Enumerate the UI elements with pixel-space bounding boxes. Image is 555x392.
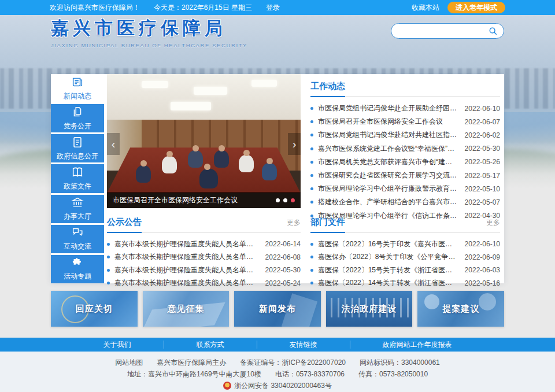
footer-link-friend-links[interactable]: 友情链接 — [257, 341, 350, 349]
phone-text: 电话：0573-83370706 — [275, 370, 345, 378]
news-item[interactable]: 搭建校企合作、产学研相结合的平台嘉兴市长期护理...2022-05-07 — [310, 195, 500, 209]
section-title[interactable]: 部门文件 — [310, 217, 345, 228]
banner-proposals[interactable]: 提案建议 — [417, 291, 504, 327]
news-item[interactable]: 嘉兴市本级长期护理保险重度失能人员名单公示（2...2022-06-14 — [107, 238, 301, 251]
news-item[interactable]: 嘉医保办〔2022〕8号关于印发《公平竞争审查...2022-06-09 — [310, 251, 500, 264]
section-work-dynamics: 工作动态 市医保局党组书记冯俊华赴企开展助企纾困活动2022-06-10 市医保… — [310, 81, 500, 223]
more-link[interactable]: 更多 — [486, 218, 500, 228]
carousel-dot-3-active[interactable] — [291, 198, 295, 202]
pages-icon — [71, 106, 84, 119]
document-icon — [71, 136, 84, 149]
sidebar-item-interaction[interactable]: 互动交流 — [51, 225, 104, 253]
person-silhouette — [162, 156, 177, 173]
search-box[interactable] — [391, 23, 504, 39]
bullet-icon — [107, 243, 110, 246]
person-silhouette — [199, 169, 218, 188]
bank-icon — [71, 196, 84, 209]
section-department-files: 部门文件 更多 嘉医保〔2022〕16号关于印发《嘉兴市医疗保...2022-0… — [310, 217, 500, 290]
news-item[interactable]: 嘉医保〔2022〕14号关于转发《浙江省医疗保...2022-05-16 — [310, 277, 500, 290]
news-item[interactable]: 嘉兴市本级长期护理保险重度失能人员名单公示（2...2022-05-30 — [107, 264, 301, 277]
person-silhouette — [239, 155, 254, 172]
chat-icon — [71, 226, 84, 239]
footer-link-about[interactable]: 关于我们 — [71, 341, 164, 349]
sidebar-item-label: 政策文件 — [64, 182, 91, 191]
today-date: 今天是：2022年6月15日 星期三 — [154, 3, 252, 13]
bullet-icon — [310, 107, 313, 110]
address-text: 地址：嘉兴市中环南路1469号中南大厦10楼 — [127, 370, 261, 378]
topbar: 欢迎访问嘉兴市医疗保障局！ 今天是：2022年6月15日 星期三 登录 收藏本站… — [0, 0, 555, 15]
sidebar-item-label: 活动专题 — [64, 272, 91, 282]
news-item[interactable]: 市医保局机关党总支部获评嘉兴市争创“建设清廉机...2022-05-26 — [310, 156, 500, 169]
bullet-icon — [310, 243, 313, 246]
sidebar-nav: 新闻动态 党务公开 政府信息公开 政策文件 办事大厅 — [51, 74, 104, 283]
search-icon[interactable] — [489, 27, 498, 36]
carousel-caption[interactable]: 市医保局召开全市医保网络安全工作会议 — [107, 192, 301, 208]
news-item[interactable]: 市医保局党组书记冯俊华赴结对共建社区指导全国文...2022-06-02 — [310, 128, 500, 142]
bullet-icon — [310, 134, 313, 136]
news-carousel[interactable]: ‹ › 市医保局召开全市医保网络安全工作会议 — [107, 74, 301, 208]
sidebar-item-news[interactable]: 新闻动态 — [51, 74, 104, 102]
fax-text: 传真：0573-82050010 — [358, 370, 428, 378]
more-link[interactable]: 更多 — [287, 218, 301, 228]
news-item[interactable]: 嘉兴市医保系统党建工作会议暨“幸福医保”党建联...2022-05-30 — [310, 142, 500, 156]
carousel-dot-1[interactable] — [276, 198, 280, 202]
section-title[interactable]: 公示公告 — [107, 217, 142, 228]
elder-mode-button[interactable]: 进入老年模式 — [447, 2, 505, 13]
section-announcements: 公示公告 更多 嘉兴市本级长期护理保险重度失能人员名单公示（2...2022-0… — [107, 217, 301, 290]
bullet-icon — [310, 174, 313, 177]
sidebar-item-label: 互动交流 — [64, 242, 91, 252]
news-item[interactable]: 市医保研究会赴省医保研究会开展学习交流活动2022-05-17 — [310, 169, 500, 182]
sidebar-item-service-hall[interactable]: 办事大厅 — [51, 195, 104, 223]
banner-news-release[interactable]: 新闻发布 — [234, 291, 321, 327]
section-title[interactable]: 工作动态 — [310, 81, 345, 92]
ceiling-light — [142, 81, 168, 88]
bullet-icon — [310, 201, 313, 204]
login-link[interactable]: 登录 — [266, 3, 280, 13]
quick-links-banners: 回应关切 意见征集 新闻发布 法治政府建设 提案建议 — [51, 291, 504, 327]
carousel-dots — [276, 198, 295, 202]
puzzle-icon — [71, 256, 84, 269]
banner-respond-concerns[interactable]: 回应关切 — [51, 291, 138, 327]
news-item[interactable]: 嘉兴市本级长期护理保险重度失能人员名单公示（2...2022-05-24 — [107, 277, 301, 290]
site-subtitle: JIAXING MUNICIPAL BUREAU OF HEALTHCARE S… — [51, 42, 247, 49]
banner-rule-of-law[interactable]: 法治政府建设 — [326, 291, 413, 327]
bullet-icon — [310, 147, 313, 150]
footer-link-annual-report[interactable]: 政府网站工作年度报表 — [350, 341, 484, 349]
news-item[interactable]: 嘉医保〔2022〕15号关于转发《浙江省医疗保...2022-06-03 — [310, 264, 500, 277]
bullet-icon — [107, 256, 110, 258]
carousel-dot-2[interactable] — [283, 198, 287, 202]
footer-nav: 关于我们 联系方式 友情链接 政府网站工作年度报表 — [0, 338, 555, 352]
carousel-next-button[interactable]: › — [288, 133, 301, 155]
police-record-number[interactable]: 浙公网安备 33040202000463号 — [234, 382, 332, 390]
news-item[interactable]: 市医保局理论学习中心组举行廉政警示教育专题学习...2022-05-10 — [310, 182, 500, 195]
sidebar-item-label: 党务公开 — [64, 121, 91, 131]
police-badge-icon — [223, 382, 231, 390]
carousel-prev-button[interactable]: ‹ — [107, 133, 120, 155]
news-item[interactable]: 市医保局召开全市医保网络安全工作会议2022-06-07 — [310, 115, 500, 128]
news-item[interactable]: 嘉兴市本级长期护理保险重度失能人员名单公示（2...2022-06-08 — [107, 251, 301, 264]
banner-opinion-collection[interactable]: 意见征集 — [143, 291, 230, 327]
welcome-text: 欢迎访问嘉兴市医疗保障局！ — [50, 3, 140, 13]
sitemap-link[interactable]: 网站地图 — [115, 358, 143, 367]
bullet-icon — [310, 256, 313, 258]
bullet-icon — [310, 282, 313, 284]
bullet-icon — [107, 269, 110, 272]
sidebar-item-special-topics[interactable]: 活动专题 — [51, 255, 104, 283]
footer-link-contact[interactable]: 联系方式 — [164, 341, 257, 349]
sidebar-item-label: 办事大厅 — [64, 212, 91, 221]
bullet-icon — [310, 161, 313, 164]
sidebar-item-policy-files[interactable]: 政策文件 — [51, 164, 104, 193]
bullet-icon — [107, 282, 110, 284]
bullet-icon — [310, 187, 313, 190]
favorite-link[interactable]: 收藏本站 — [412, 3, 439, 13]
sidebar-item-gov-info[interactable]: 政府信息公开 — [51, 134, 104, 162]
bullet-icon — [310, 269, 313, 272]
site-title: 嘉兴市医疗保障局 — [51, 16, 247, 40]
sidebar-item-party-affairs[interactable]: 党务公开 — [51, 104, 104, 132]
news-item[interactable]: 市医保局党组书记冯俊华赴企开展助企纾困活动2022-06-10 — [310, 102, 500, 115]
person-silhouette — [262, 163, 277, 180]
main-content-card: 新闻动态 党务公开 政府信息公开 政策文件 办事大厅 — [51, 74, 504, 283]
search-input[interactable] — [397, 27, 489, 35]
news-item[interactable]: 嘉医保〔2022〕16号关于印发《嘉兴市医疗保...2022-06-10 — [310, 238, 500, 251]
site-code: 网站标识码：3304000061 — [360, 358, 440, 367]
